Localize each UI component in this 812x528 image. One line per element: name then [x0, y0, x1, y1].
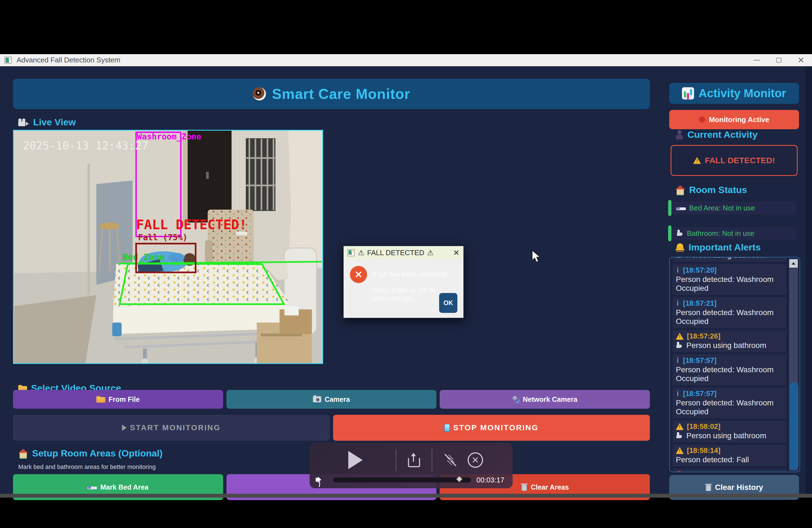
speaker-waves-icon — [316, 480, 320, 488]
from-file-button[interactable]: From File — [13, 390, 223, 409]
dialog-title: ⚠ FALL DETECTED ⚠ — [358, 249, 434, 257]
dialog-message: A fall has been detected! — [372, 270, 447, 278]
warning-icon: ⚠ — [427, 249, 433, 257]
alert-text: Person detected: Washroom Occupied — [676, 275, 783, 293]
divider — [432, 449, 432, 471]
app-window: Smart Care Monitor Live View — [0, 66, 812, 494]
warning-icon: ! — [693, 157, 701, 164]
alert-timestamp: [18:57:20] — [683, 266, 716, 275]
alert-item: i ! ✓ ! Person using bathroom ! — [672, 258, 786, 262]
toilet-icon — [676, 432, 683, 439]
alerts-panel[interactable]: i ! ✓ ! Person using bathroom ! — [669, 257, 800, 472]
scroll-up-button[interactable] — [789, 259, 798, 268]
activity-sidebar: Activity Monitor Monitoring Active Curre… — [669, 66, 799, 494]
alert-item: i ! [18:57:57] ✓ ! Person detected: Wash… — [672, 387, 786, 419]
dialog-ok-button[interactable]: OK — [439, 293, 458, 313]
alert-timestamp: [18:57:26] — [687, 332, 720, 340]
current-activity-heading: Current Activity — [675, 129, 758, 140]
alert-text: Person detected: Washroom Occupied — [676, 308, 783, 326]
warning-icon: ! — [676, 333, 684, 340]
toilet-icon — [676, 342, 683, 349]
bathroom-status-text: Bathroom: Not in use — [687, 229, 754, 238]
current-activity-status: ! FALL DETECTED! — [671, 145, 798, 176]
screen: Advanced Fall Detection System ✕ Smart C… — [0, 0, 812, 528]
mouse-cursor — [532, 250, 541, 263]
monitoring-active-label: Monitoring Active — [709, 115, 769, 124]
alert-item: i ! [18:57:57] ✓ ! Person detected: Wash… — [672, 354, 786, 385]
play-icon — [122, 425, 127, 431]
restore-button[interactable] — [768, 54, 790, 66]
room-setup-label: Setup Room Areas (Optional) — [32, 448, 163, 459]
media-progress-slider[interactable] — [333, 478, 471, 482]
dialog-title-text: FALL DETECTED — [367, 249, 424, 257]
alert-timestamp: [18:57:57] — [683, 356, 716, 365]
bed-zone-label: Bed_Zone — [122, 252, 164, 262]
close-button[interactable]: ✕ — [790, 54, 812, 66]
video-timestamp: 2025-10-13 12:43:27 — [23, 139, 148, 152]
scrollbar-track[interactable] — [789, 268, 798, 471]
from-file-label: From File — [108, 395, 140, 404]
alerts-heading: Important Alerts — [675, 242, 760, 253]
bed-area-status: Bed Area: Not in use — [669, 202, 797, 214]
minimize-button[interactable] — [746, 54, 768, 66]
media-close-button[interactable]: ✕ — [468, 452, 483, 468]
camera-label: Camera — [324, 395, 350, 404]
collapse-button[interactable] — [443, 453, 458, 467]
bed-icon — [88, 484, 97, 490]
alert-timestamp: [18:58:15] — [686, 470, 720, 472]
alert-item: i ! [18:57:21] ✓ ! Person detected: Wash… — [672, 297, 786, 328]
camera-button[interactable]: Camera — [227, 390, 437, 409]
alert-text: Person detected: Washroom Occupied — [676, 398, 783, 416]
bell-icon — [675, 243, 685, 252]
alerts-scrollbar — [788, 259, 798, 471]
minimize-icon — [753, 60, 760, 60]
fall-detected-status: FALL DETECTED! — [705, 156, 775, 165]
window-scrollbar-gutter[interactable] — [805, 66, 812, 494]
stop-monitoring-button[interactable]: STOP MONITORING — [333, 415, 650, 441]
warning-icon: ! — [676, 423, 684, 430]
bar-chart-icon — [682, 87, 694, 99]
media-play-button[interactable] — [348, 451, 363, 469]
start-monitoring-button[interactable]: START MONITORING — [13, 415, 330, 441]
live-video-feed: Washroom_Zone Bed_Zone Fall (75%) FALL D… — [13, 130, 323, 364]
fall-detected-dialog: ⚠ FALL DETECTED ⚠ ✕ ✕ A fall has been de… — [343, 246, 464, 318]
divider — [396, 449, 396, 471]
scrollbar-thumb[interactable] — [789, 382, 798, 470]
sidebar-title: Activity Monitor — [698, 87, 786, 100]
bed-area-status-text: Bed Area: Not in use — [689, 204, 755, 212]
fall-detected-overlay: FALL DETECTED! — [136, 217, 247, 232]
app-icon — [4, 57, 12, 64]
fall-confidence-label: Fall (75%) — [138, 233, 188, 242]
folder-icon — [97, 396, 105, 402]
bed-icon — [677, 205, 686, 211]
slider-handle[interactable] — [456, 476, 463, 482]
dialog-close-button[interactable]: ✕ — [453, 248, 460, 258]
video-camera-icon — [18, 118, 29, 126]
alert-text: Person using bathroom — [686, 431, 766, 440]
monitoring-active-badge[interactable]: Monitoring Active — [669, 110, 799, 129]
alert-timestamp: [18:57:57] — [683, 390, 716, 398]
network-camera-button[interactable]: Network Camera — [440, 390, 650, 409]
person-icon — [675, 130, 684, 140]
stop-monitoring-label: STOP MONITORING — [453, 423, 539, 432]
window-title: Advanced Fall Detection System — [17, 56, 120, 64]
dialog-titlebar: ⚠ FALL DETECTED ⚠ ✕ — [344, 246, 463, 259]
trash-icon — [705, 484, 712, 491]
alert-item: i ! [18:58:02] ✓ ! Person using bathroom — [672, 421, 786, 442]
house-icon — [675, 185, 685, 195]
info-icon: i — [676, 299, 680, 308]
alert-timestamp: [18:58:02] — [687, 422, 720, 431]
clear-history-label: Clear History — [715, 483, 763, 492]
room-setup-heading: Setup Room Areas (Optional) — [18, 448, 163, 459]
alert-text: Person using bathroom — [686, 258, 766, 260]
share-button[interactable] — [408, 453, 420, 467]
warning-icon: ! — [676, 447, 684, 454]
start-monitoring-label: START MONITORING — [130, 423, 221, 432]
info-icon: i — [676, 356, 680, 365]
alert-item: i ! [18:57:26] ✓ ! Person using bathroom — [672, 330, 786, 352]
app-icon — [347, 249, 354, 256]
alert-text: Person detected: Washroom Occupied — [676, 365, 783, 383]
alert-item: i ! [18:58:14] ✓ ! Person detected: Fall — [672, 444, 786, 466]
taskbar-strip — [0, 494, 812, 498]
mark-bed-area-label: Mark Bed Area — [100, 483, 148, 491]
